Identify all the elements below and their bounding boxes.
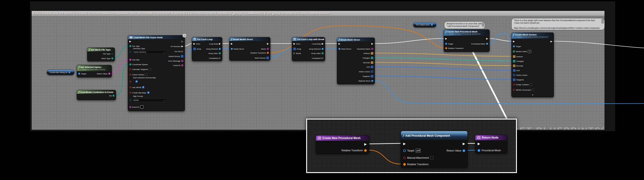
node-create-new-procedural-mesh[interactable]: ƒCreate New Procedural Mesh Target is Im… <box>444 29 490 52</box>
section-index-input[interactable]: 0 <box>528 50 531 53</box>
exec-pin-icon[interactable]: ▷ <box>322 57 324 59</box>
enum-pin-icon[interactable] <box>112 57 113 59</box>
object-pin-icon[interactable] <box>68 71 70 73</box>
bool-pin-icon[interactable] <box>130 68 131 70</box>
comment-bubble-actor[interactable]: Blueprint function in an actor that call… <box>444 21 485 29</box>
color-array-pin-icon[interactable] <box>371 70 373 73</box>
transform-pin-icon[interactable] <box>267 52 269 54</box>
vector2d-array-pin-icon[interactable] <box>371 66 373 68</box>
exec-pin-icon[interactable]: ▶ <box>130 40 131 43</box>
use-srgb-checkbox[interactable] <box>142 86 144 88</box>
bool-pin-icon[interactable] <box>513 84 515 85</box>
rgb-format-dropdown[interactable]: BGRA⌄ <box>132 99 166 102</box>
calculate-tangents-checkbox[interactable] <box>149 68 151 70</box>
struct-array-pin-icon[interactable] <box>266 57 269 59</box>
comment-bubble-plugin[interactable]: There is a free plugin with more feature… <box>511 18 605 30</box>
node-create-mesh-section[interactable]: ƒCreate Mesh Section Target is Procedura… <box>511 32 554 97</box>
object-pin-icon[interactable] <box>486 43 488 45</box>
create-mip-maps-checkbox[interactable] <box>147 92 150 94</box>
bubble-text-url[interactable]: https://forums.unrealengine.com/unreal-e… <box>514 27 602 29</box>
object-pin-icon[interactable] <box>513 45 515 47</box>
string-pin-icon[interactable] <box>108 73 110 75</box>
tangent-array-pin-icon[interactable] <box>371 75 373 77</box>
string-pin-icon[interactable] <box>130 59 131 61</box>
int-array-pin-icon[interactable] <box>371 57 373 59</box>
struct-pin-icon[interactable] <box>371 80 373 82</box>
expand-chevron-icon[interactable]: ⌄ <box>512 93 554 96</box>
node-inset-create-new-procedural-mesh[interactable]: Create New Procedural Mesh ▶ Relative Tr… <box>316 135 369 154</box>
exec-pin-icon[interactable]: ▷ <box>182 40 183 43</box>
create-collision-checkbox[interactable] <box>530 83 532 86</box>
vector2d-array-pin-icon[interactable] <box>513 69 515 72</box>
exec-pin-icon[interactable]: ▶ <box>338 43 340 45</box>
bubble-pin-icon[interactable] <box>482 22 484 24</box>
node-coordinate-combobox-to-enum[interactable]: ƒCoordinate Combobox to Enum Val <box>77 90 116 100</box>
int-pin-icon[interactable] <box>322 52 324 54</box>
string-pin-icon[interactable] <box>371 48 373 50</box>
auto-detection-checkbox[interactable] <box>136 80 138 83</box>
vector-array-pin-icon[interactable] <box>513 55 515 58</box>
srgb-conversion-checkbox[interactable] <box>532 89 534 91</box>
object-pin-icon[interactable] <box>478 149 480 152</box>
event-id-input[interactable] <box>140 105 144 109</box>
transform-pin-icon[interactable] <box>364 149 367 152</box>
vector-array-pin-icon[interactable] <box>371 52 373 54</box>
struct-array-pin-icon[interactable] <box>181 55 183 57</box>
struct-array-pin-icon[interactable] <box>194 48 196 50</box>
bool-pin-icon[interactable] <box>403 157 406 159</box>
int-pin-icon[interactable] <box>219 52 221 54</box>
manual-attachment-checkbox[interactable] <box>430 156 434 159</box>
enum-pin-icon[interactable] <box>130 51 131 53</box>
color-array-pin-icon[interactable] <box>513 74 515 76</box>
exec-pin-icon[interactable]: ▶ <box>364 142 367 146</box>
exec-pin-icon[interactable]: ▶ <box>231 43 233 45</box>
transform-pin-icon[interactable] <box>403 163 406 166</box>
exec-pin-icon[interactable]: ▷ <box>182 50 183 53</box>
exec-pin-icon[interactable]: ▷ <box>294 52 295 54</box>
node-get-mesh-file-type[interactable]: ƒGet Mesh File Type File Type Mesh Type <box>87 47 115 61</box>
exec-pin-icon[interactable]: ▶ <box>294 43 295 45</box>
exec-pin-icon[interactable]: ▶ <box>403 142 406 145</box>
tangent-array-pin-icon[interactable] <box>513 78 515 81</box>
cache-texture-checkbox[interactable] <box>145 73 147 76</box>
node-break-model-struct[interactable]: ƒBreak Model Struct ▶ Model Struct ▶ Nam… <box>229 37 270 61</box>
object-pin-icon[interactable] <box>322 48 324 50</box>
object-pin-icon[interactable] <box>403 149 406 152</box>
exec-pin-icon[interactable]: ▶ <box>182 45 183 47</box>
struct-array-pin-icon[interactable] <box>294 48 296 50</box>
exec-pin-icon[interactable]: ▶ <box>462 142 465 145</box>
exec-pin-icon[interactable]: ▶ <box>550 40 552 43</box>
comment-title-bar[interactable]: File is loaded and the mesh is created. … <box>32 11 604 16</box>
node-get-selected-option[interactable]: ƒGet Selected Option Target is ComboBox … <box>77 65 112 77</box>
string-pin-icon[interactable] <box>267 48 269 50</box>
node-for-each-loop[interactable]: ↻For Each Loop ▶Exec Array ▶Loop Body Ar… <box>192 37 222 61</box>
vector-array-pin-icon[interactable] <box>513 65 515 67</box>
bool-pin-icon[interactable] <box>130 86 131 88</box>
bubble-scale-icon[interactable] <box>602 21 604 23</box>
node-load-mesh-file-async[interactable]: ◷ Load Mesh File Async Node ▶ File Type … <box>128 35 185 111</box>
enum-pin-icon[interactable] <box>112 95 114 97</box>
object-pin-icon[interactable] <box>431 24 433 26</box>
exec-pin-icon[interactable]: ▶ <box>486 38 488 40</box>
variable-proc-mesh-actor[interactable]: Proc Mesh Actor <box>413 22 436 27</box>
transform-pin-icon[interactable] <box>445 47 447 49</box>
exec-pin-icon[interactable]: ▶ <box>194 43 195 45</box>
variable-combo-box-string[interactable]: Combo Box String 25 <box>47 69 74 75</box>
bubble-pin-icon[interactable] <box>602 19 604 21</box>
node-for-each-loop-with-break[interactable]: ↻For Each Loop with Break ▶Exec Array ▷B… <box>292 37 325 61</box>
vector-array-pin-icon[interactable] <box>371 61 373 64</box>
exec-pin-icon[interactable]: ▶ <box>445 38 447 40</box>
string-pin-icon[interactable] <box>130 106 131 108</box>
exec-pin-icon[interactable]: ▶ <box>322 43 324 45</box>
node-inset-return-node[interactable]: Return Node ▶ Procedural Mesh <box>475 135 508 153</box>
exec-pin-icon[interactable]: ▶ <box>371 43 373 45</box>
bool-pin-icon[interactable] <box>130 74 131 75</box>
string-pin-icon[interactable] <box>182 60 183 62</box>
int-array-pin-icon[interactable] <box>513 60 515 62</box>
enum-pin-icon[interactable] <box>130 45 131 47</box>
int-pin-icon[interactable] <box>513 50 515 52</box>
enum-pin-icon[interactable] <box>130 63 131 65</box>
bubble-scale-icon[interactable] <box>482 25 484 27</box>
bool-pin-icon[interactable] <box>130 81 131 82</box>
bool-pin-icon[interactable] <box>130 92 131 94</box>
